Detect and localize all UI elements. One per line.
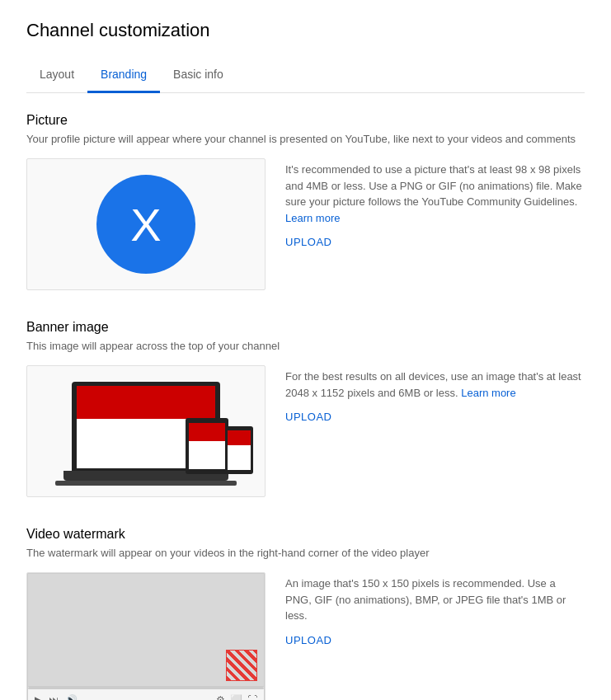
play-icon[interactable]: ▶: [35, 694, 42, 701]
banner-info-box: For the best results on all devices, use…: [285, 365, 585, 423]
settings-icon[interactable]: ⚙: [216, 694, 225, 701]
tabs-container: Layout Branding Basic info: [26, 58, 585, 93]
watermark-info-box: An image that's 150 x 150 pixels is reco…: [285, 572, 585, 646]
tablet-banner-red: [189, 423, 225, 441]
picture-section: Picture Your profile picture will appear…: [26, 113, 585, 290]
phone-icon: [225, 426, 253, 474]
watermark-section-desc: The watermark will appear on your videos…: [26, 547, 585, 559]
tab-basic-info[interactable]: Basic info: [160, 58, 237, 93]
picture-preview-box: X: [26, 158, 266, 290]
banner-info-text: For the best results on all devices, use…: [285, 369, 585, 401]
tab-layout[interactable]: Layout: [26, 58, 87, 93]
video-main-area: [28, 574, 264, 688]
watermark-section-title: Video watermark: [26, 527, 585, 542]
watermark-overlay: [226, 650, 257, 681]
skip-icon[interactable]: ⏭: [49, 694, 59, 701]
video-controls-bar: ▶ ⏭ 🔊 ⚙ ⬜ ⛶: [28, 686, 264, 700]
tab-branding[interactable]: Branding: [87, 58, 160, 93]
picture-learn-more-link[interactable]: Learn more: [285, 212, 340, 224]
picture-upload-button[interactable]: UPLOAD: [285, 236, 331, 248]
picture-section-desc: Your profile picture will appear where y…: [26, 133, 585, 145]
banner-section-desc: This image will appear across the top of…: [26, 340, 585, 352]
page-title: Channel customization: [26, 20, 585, 41]
fullscreen-icon[interactable]: ⛶: [247, 694, 257, 701]
picture-section-title: Picture: [26, 113, 585, 128]
miniplayer-icon[interactable]: ⬜: [230, 694, 242, 701]
tablet-screen: [189, 423, 225, 469]
banner-section-title: Banner image: [26, 320, 585, 335]
banner-preview-box: [26, 365, 266, 497]
video-player-preview: ▶ ⏭ 🔊 ⚙ ⬜ ⛶: [27, 573, 265, 700]
watermark-section-content: ▶ ⏭ 🔊 ⚙ ⬜ ⛶ An image that's 150 x 150 pi…: [26, 572, 585, 700]
watermark-section: Video watermark The watermark will appea…: [26, 527, 585, 700]
watermark-info-text: An image that's 150 x 150 pixels is reco…: [285, 576, 585, 624]
banner-upload-button[interactable]: UPLOAD: [285, 411, 331, 423]
tablet-icon: [186, 418, 228, 474]
picture-info-box: It's recommended to use a picture that's…: [285, 158, 585, 248]
video-progress-bar[interactable]: [28, 687, 264, 689]
laptop-banner-red: [77, 386, 215, 419]
banner-illustration: [47, 373, 245, 489]
banner-section: Banner image This image will appear acro…: [26, 320, 585, 497]
watermark-preview-box: ▶ ⏭ 🔊 ⚙ ⬜ ⛶: [26, 572, 266, 700]
volume-icon[interactable]: 🔊: [65, 694, 78, 701]
laptop-foot: [55, 481, 237, 486]
picture-section-content: X It's recommended to use a picture that…: [26, 158, 585, 290]
phone-banner-red: [228, 430, 251, 445]
phone-screen: [228, 430, 251, 470]
banner-learn-more-link[interactable]: Learn more: [461, 387, 515, 399]
watermark-upload-button[interactable]: UPLOAD: [285, 634, 331, 646]
avatar-letter: X: [130, 198, 161, 251]
controls-right: ⚙ ⬜ ⛶: [216, 694, 257, 701]
picture-info-text: It's recommended to use a picture that's…: [285, 162, 585, 226]
banner-section-content: For the best results on all devices, use…: [26, 365, 585, 497]
page-container: Channel customization Layout Branding Ba…: [0, 0, 611, 700]
avatar: X: [96, 175, 195, 274]
